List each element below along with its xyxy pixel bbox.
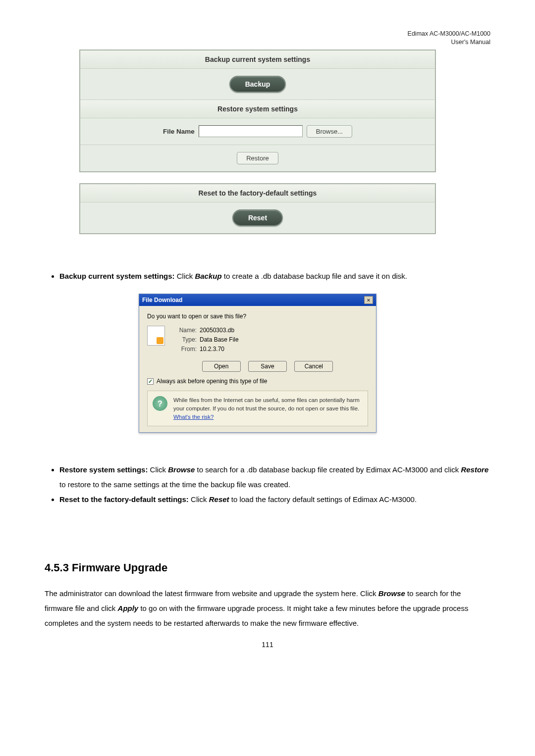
backup-section-title: Backup current system settings	[80, 50, 435, 69]
bullet-backup-b: to create a .db database backup file and…	[222, 272, 407, 280]
reset-panel: Reset to the factory-default settings Re…	[79, 183, 436, 234]
file-row: File Name Browse...	[80, 118, 435, 145]
name-label: Name:	[171, 326, 197, 335]
cancel-button[interactable]: Cancel	[294, 361, 333, 372]
header-line2: User's Manual	[451, 39, 491, 46]
bullet-reset-lead: Reset to the factory-default settings:	[59, 495, 189, 504]
always-ask-checkbox[interactable]: ✓	[147, 378, 154, 385]
help-icon	[153, 396, 167, 411]
section-paragraph: The administrator can download the lates…	[45, 586, 490, 631]
name-value: 20050303.db	[200, 327, 234, 334]
br-b: to search for a .db database backup file…	[195, 465, 461, 474]
br-c: to restore to the same settings at the t…	[59, 480, 290, 489]
bullet-reset: Reset to the factory-default settings: C…	[59, 492, 490, 507]
bullet-list-2: Restore system settings: Click Browse to…	[59, 462, 490, 507]
header-line1: Edimax AC-M3000/AC-M1000	[408, 30, 490, 37]
reset-button[interactable]: Reset	[232, 209, 283, 226]
open-button[interactable]: Open	[202, 361, 241, 372]
bullet-backup-verb: Backup	[195, 272, 221, 280]
restore-button-row: Restore	[80, 145, 435, 171]
bullet-backup-lead: Backup current system settings:	[59, 272, 175, 280]
bullet-backup-a: Click	[175, 272, 195, 280]
from-value: 10.2.3.70	[200, 346, 224, 353]
bullet-restore: Restore system settings: Click Browse to…	[59, 462, 490, 492]
p-browse: Browse	[378, 589, 405, 598]
reset-section-title: Reset to the factory-default settings	[80, 184, 435, 202]
settings-panel: Backup current system settings Backup Re…	[79, 50, 436, 172]
dialog-titlebar: File Download ×	[139, 294, 376, 306]
whats-the-risk-link[interactable]: What's the risk?	[173, 414, 214, 420]
backup-button[interactable]: Backup	[229, 76, 286, 93]
dialog-kv: Name:20050303.db Type:Data Base File Fro…	[171, 326, 239, 354]
restore-section-title: Restore system settings	[80, 100, 435, 118]
dialog-question: Do you want to open or save this file?	[147, 313, 368, 320]
backup-button-row: Backup	[80, 69, 435, 100]
dialog-buttons: Open Save Cancel	[167, 361, 368, 372]
bullet-backup: Backup current system settings: Click Ba…	[59, 269, 490, 284]
brs-reset: Reset	[209, 495, 229, 504]
brs-a: Click	[189, 495, 209, 504]
dialog-warning: While files from the Internet can be use…	[147, 391, 368, 426]
close-icon[interactable]: ×	[364, 296, 373, 304]
file-name-input[interactable]	[199, 125, 303, 137]
dialog-title: File Download	[142, 297, 182, 303]
br-browse: Browse	[168, 465, 195, 474]
dialog-info: Name:20050303.db Type:Data Base File Fro…	[147, 326, 368, 354]
page-number: 111	[45, 641, 490, 649]
type-value: Data Base File	[200, 336, 239, 343]
warn-text: While files from the Internet can be use…	[173, 397, 360, 411]
save-button[interactable]: Save	[248, 361, 287, 372]
p-a: The administrator can download the lates…	[45, 589, 378, 598]
br-a: Click	[148, 465, 168, 474]
always-ask-label: Always ask before opening this type of f…	[157, 378, 267, 385]
dialog-body: Do you want to open or save this file? N…	[139, 306, 376, 433]
brs-b: to load the factory default settings of …	[229, 495, 417, 504]
reset-button-row: Reset	[80, 202, 435, 233]
dialog-warning-text: While files from the Internet can be use…	[173, 396, 363, 421]
br-restore: Restore	[461, 465, 488, 474]
bullet-restore-lead: Restore system settings:	[59, 465, 148, 474]
file-name-label: File Name	[163, 128, 195, 135]
bullet-list-1: Backup current system settings: Click Ba…	[59, 269, 490, 284]
restore-button[interactable]: Restore	[237, 152, 278, 164]
dialog-checkbox-row: ✓ Always ask before opening this type of…	[147, 378, 368, 385]
file-icon	[147, 326, 165, 346]
section-title: 4.5.3 Firmware Upgrade	[45, 561, 490, 574]
from-label: From:	[171, 345, 197, 354]
doc-header: Edimax AC-M3000/AC-M1000 User's Manual	[45, 30, 490, 47]
p-apply: Apply	[118, 604, 139, 612]
file-download-dialog: File Download × Do you want to open or s…	[139, 294, 376, 433]
browse-button[interactable]: Browse...	[307, 125, 352, 138]
type-label: Type:	[171, 335, 197, 345]
